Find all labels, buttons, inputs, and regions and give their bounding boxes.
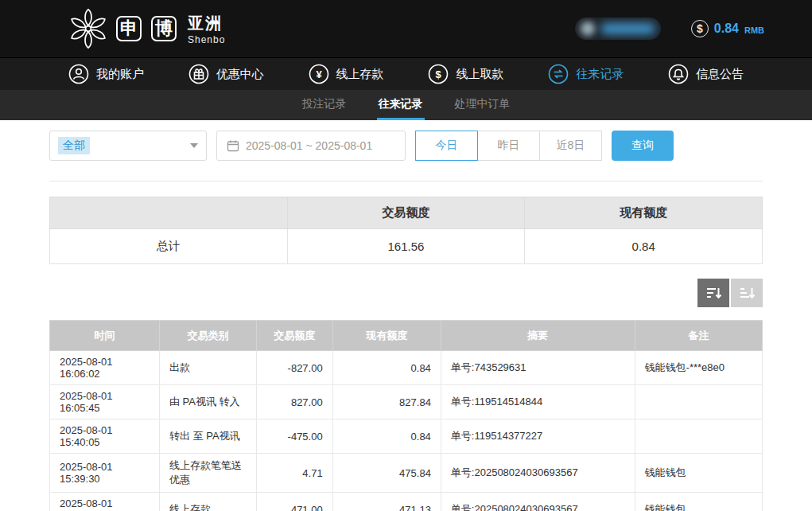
nav-item-deposit[interactable]: ¥ 线上存款 bbox=[309, 64, 384, 84]
cell-remark bbox=[635, 419, 762, 454]
dollar-coin-icon: $ bbox=[691, 20, 709, 37]
brand-char-1: 申 bbox=[116, 16, 142, 41]
header-type: 交易类别 bbox=[159, 321, 256, 351]
user-icon bbox=[68, 64, 89, 84]
table-row: 2025-08-01 16:05:45 由 PA视讯 转入 827.00 827… bbox=[50, 385, 763, 419]
summary-header-transaction: 交易额度 bbox=[287, 197, 525, 229]
flower-icon bbox=[67, 7, 110, 50]
nav-item-records[interactable]: 往来记录 bbox=[548, 64, 624, 84]
main-content: 全部 2025-08-01 ~ 2025-08-01 今日 昨日 近8日 查询 … bbox=[0, 120, 812, 511]
table-row: 2025-08-01 15:39:30 线上存款 471.00 471.13 单… bbox=[50, 493, 763, 511]
header-balance: 现有额度 bbox=[332, 321, 441, 351]
nav-label: 线上存款 bbox=[336, 67, 384, 82]
cell-remark bbox=[635, 385, 762, 419]
records-header-row: 时间 交易类别 交易额度 现有额度 摘要 备注 bbox=[50, 321, 763, 351]
cell-amount: 4.71 bbox=[256, 454, 332, 493]
header-summary: 摘要 bbox=[441, 321, 635, 351]
table-row: 2025-08-01 15:40:05 转出 至 PA视讯 -475.00 0.… bbox=[50, 419, 763, 454]
cell-amount: 827.00 bbox=[256, 385, 332, 419]
summary-table: 交易额度 现有额度 总计 161.56 0.84 bbox=[49, 197, 763, 264]
cell-balance: 471.13 bbox=[332, 493, 441, 511]
brand-logo[interactable]: 申 博 亚洲 Shenbo bbox=[67, 7, 225, 50]
cell-type: 线上存款笔笔送优惠 bbox=[159, 454, 256, 493]
nav-label: 线上取款 bbox=[456, 67, 503, 82]
cell-time: 2025-08-01 15:39:30 bbox=[50, 454, 160, 493]
brand-subtitle: Shenbo bbox=[188, 34, 225, 45]
tab-processing-orders[interactable]: 处理中订单 bbox=[453, 90, 512, 120]
last-8-days-button[interactable]: 近8日 bbox=[539, 131, 602, 161]
balance-display: $ 0.84 RMB bbox=[691, 20, 764, 37]
records-icon bbox=[548, 64, 569, 84]
cell-summary: 单号:202508024030693567 bbox=[441, 493, 635, 511]
type-select-value: 全部 bbox=[58, 137, 90, 154]
today-button[interactable]: 今日 bbox=[415, 131, 478, 161]
filter-bar: 全部 2025-08-01 ~ 2025-08-01 今日 昨日 近8日 查询 bbox=[49, 130, 763, 162]
cell-balance: 827.84 bbox=[332, 385, 441, 419]
cell-amount: -827.00 bbox=[256, 351, 332, 385]
svg-text:$: $ bbox=[436, 68, 442, 80]
summary-total-label: 总计 bbox=[50, 229, 288, 264]
tab-transaction-records[interactable]: 往来记录 bbox=[377, 90, 425, 120]
cell-type: 线上存款 bbox=[159, 493, 256, 511]
cell-remark: 钱能钱包 bbox=[635, 493, 762, 511]
svg-text:¥: ¥ bbox=[316, 68, 322, 80]
table-row: 2025-08-01 16:06:02 出款 -827.00 0.84 单号:7… bbox=[50, 351, 763, 385]
nav-item-withdraw[interactable]: $ 线上取款 bbox=[428, 64, 503, 84]
nav-label: 优惠中心 bbox=[216, 67, 264, 82]
tab-betting-records[interactable]: 投注记录 bbox=[301, 90, 348, 120]
cell-time: 2025-08-01 16:06:02 bbox=[50, 351, 160, 385]
brand-region: 亚洲 bbox=[188, 13, 225, 34]
gift-icon bbox=[188, 64, 209, 84]
nav-item-announcements[interactable]: 信息公告 bbox=[668, 64, 744, 84]
username-blur bbox=[600, 23, 655, 34]
summary-transaction-total: 161.56 bbox=[287, 229, 525, 264]
balance-amount: 0.84 bbox=[714, 21, 739, 36]
calendar-icon bbox=[227, 139, 239, 152]
cell-type: 出款 bbox=[159, 351, 256, 385]
cell-balance: 475.84 bbox=[332, 454, 441, 493]
masked-username[interactable] bbox=[575, 18, 661, 40]
header-remark: 备注 bbox=[635, 321, 762, 351]
cell-time: 2025-08-01 16:05:45 bbox=[50, 385, 160, 419]
sort-controls bbox=[49, 279, 763, 307]
header-amount: 交易额度 bbox=[256, 321, 332, 351]
main-nav: 我的账户 优惠中心 ¥ 线上存款 $ 线上取款 bbox=[0, 57, 812, 90]
cell-amount: 471.00 bbox=[256, 493, 332, 511]
summary-header-row: 交易额度 现有额度 bbox=[50, 197, 763, 229]
brand-char-2: 博 bbox=[151, 16, 177, 41]
yesterday-button[interactable]: 昨日 bbox=[477, 131, 540, 161]
nav-label: 我的账户 bbox=[96, 67, 144, 82]
records-table: 时间 交易类别 交易额度 现有额度 摘要 备注 2025-08-01 16:06… bbox=[49, 320, 763, 511]
summary-total-row: 总计 161.56 0.84 bbox=[50, 229, 763, 264]
sub-nav: 投注记录 往来记录 处理中订单 bbox=[0, 90, 812, 120]
announcement-icon bbox=[668, 64, 689, 84]
quick-date-group: 今日 昨日 近8日 bbox=[415, 131, 602, 161]
sort-ascending-button[interactable] bbox=[731, 279, 763, 307]
summary-header-empty bbox=[50, 197, 288, 229]
date-range-input[interactable]: 2025-08-01 ~ 2025-08-01 bbox=[216, 131, 406, 161]
cell-time: 2025-08-01 15:40:05 bbox=[50, 419, 160, 454]
header-time: 时间 bbox=[50, 321, 160, 351]
sort-descending-icon bbox=[705, 285, 721, 301]
cell-summary: 单号:202508024030693567 bbox=[441, 454, 635, 493]
nav-label: 往来记录 bbox=[576, 67, 624, 82]
nav-item-promotions[interactable]: 优惠中心 bbox=[188, 64, 264, 84]
sort-ascending-icon bbox=[739, 285, 755, 301]
cell-remark: 钱能钱包 bbox=[635, 454, 762, 493]
query-button[interactable]: 查询 bbox=[612, 131, 674, 161]
cell-time: 2025-08-01 15:39:30 bbox=[50, 493, 160, 511]
sort-descending-button[interactable] bbox=[697, 279, 729, 307]
date-range-value: 2025-08-01 ~ 2025-08-01 bbox=[246, 139, 372, 152]
summary-header-balance: 现有额度 bbox=[525, 197, 763, 229]
cell-summary: 单号:119514514844 bbox=[441, 385, 635, 419]
withdraw-icon: $ bbox=[428, 64, 449, 84]
nav-item-my-account[interactable]: 我的账户 bbox=[68, 64, 144, 84]
divider bbox=[49, 181, 763, 181]
avatar bbox=[581, 21, 595, 36]
cell-summary: 单号:743529631 bbox=[441, 351, 635, 385]
cell-summary: 单号:119514377227 bbox=[441, 419, 635, 454]
cell-type: 转出 至 PA视讯 bbox=[159, 419, 256, 454]
cell-balance: 0.84 bbox=[332, 419, 441, 454]
type-select[interactable]: 全部 bbox=[49, 131, 207, 161]
table-row: 2025-08-01 15:39:30 线上存款笔笔送优惠 4.71 475.8… bbox=[50, 454, 763, 493]
